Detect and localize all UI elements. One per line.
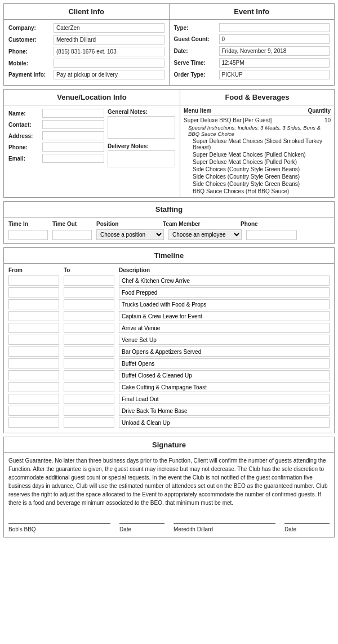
timeline-from-11[interactable] <box>8 406 59 416</box>
sig-label-0: Bob's BBQ <box>8 525 110 534</box>
venue-address-value[interactable] <box>42 131 104 140</box>
timeline-from-6[interactable] <box>8 347 59 357</box>
timeline-from-0[interactable] <box>8 276 59 286</box>
event-type-value[interactable] <box>219 23 330 32</box>
event-ordertype-value[interactable]: PICKUP <box>219 70 330 79</box>
timeline-desc-4[interactable] <box>119 323 330 333</box>
timeline-desc-8[interactable] <box>119 370 330 380</box>
event-ordertype-label: Order Type: <box>174 72 219 78</box>
timeline-desc-1[interactable] <box>119 287 330 297</box>
timeline-to-9[interactable] <box>64 382 114 392</box>
event-date-value[interactable]: Friday, November 9, 2018 <box>219 46 330 56</box>
timeline-desc-5[interactable] <box>119 335 330 345</box>
timeline-desc-6[interactable] <box>119 347 330 357</box>
food-item-0-special: Special Instructions: Includes: 3 Meats,… <box>184 124 331 137</box>
client-customer-value[interactable]: Meredith Dillard <box>54 35 164 45</box>
delivery-notes-input[interactable] <box>108 150 175 167</box>
timeline-desc-10[interactable] <box>119 394 330 404</box>
food-sub-5: Side Choices (Country Style Green Beans) <box>184 180 331 188</box>
timeline-row-8 <box>8 370 330 380</box>
food-panel: Food & Beverages Menu Item Quantity Supe… <box>180 90 334 197</box>
food-col-item: Menu Item <box>184 108 211 114</box>
timeline-from-12[interactable] <box>8 418 59 428</box>
timeline-to-5[interactable] <box>64 335 114 345</box>
timeline-from-4[interactable] <box>8 323 59 333</box>
client-company-label: Company: <box>8 25 54 31</box>
event-servetime-value[interactable]: 12:45PM <box>219 58 330 68</box>
timeline-to-2[interactable] <box>64 299 114 309</box>
timeline-desc-11[interactable] <box>119 406 330 416</box>
timeline-to-0[interactable] <box>64 276 114 286</box>
staffing-section: Staffing Time In Time Out Position Team … <box>3 201 335 244</box>
venue-contact-value[interactable] <box>42 120 104 129</box>
venue-phone-value[interactable] <box>42 143 104 152</box>
venue-email-value[interactable] <box>42 154 104 163</box>
timeline-desc-9[interactable] <box>119 382 330 392</box>
client-payment-value[interactable]: Pay at pickup or delivery <box>54 70 164 79</box>
timeline-to-3[interactable] <box>64 311 114 321</box>
timeline-row-4 <box>8 323 330 333</box>
sig-line-1[interactable] <box>119 513 164 524</box>
client-phone-value[interactable]: (815) 831-1676 ext. 103 <box>54 47 164 56</box>
sig-line-0[interactable] <box>8 513 110 524</box>
sig-line-2[interactable] <box>174 513 275 524</box>
timeline-content: From To Description <box>4 264 334 433</box>
timeline-from-7[interactable] <box>8 358 59 368</box>
food-col-qty: Quantity <box>308 108 331 114</box>
timeline-from-8[interactable] <box>8 370 59 380</box>
timeline-desc-2[interactable] <box>119 299 330 309</box>
food-sub-2: Super Deluxe Meat Choices (Pulled Pork) <box>184 158 331 166</box>
event-ordertype-row: Order Type: PICKUP <box>174 70 330 79</box>
staffing-timein-0[interactable] <box>8 230 48 240</box>
timeline-to-4[interactable] <box>64 323 114 333</box>
staffing-col-timeout: Time Out <box>52 221 92 227</box>
timeline-row-0 <box>8 276 330 286</box>
timeline-desc-3[interactable] <box>119 311 330 321</box>
event-guests-value[interactable]: 0 <box>219 34 330 44</box>
staffing-member-select-0[interactable]: Choose an employee <box>168 229 242 240</box>
top-panels: Client Info Company: CaterZen Customer: … <box>3 3 335 86</box>
timeline-desc-7[interactable] <box>119 358 330 368</box>
timeline-to-8[interactable] <box>64 370 114 380</box>
client-mobile-value[interactable] <box>54 59 164 68</box>
timeline-from-2[interactable] <box>8 299 59 309</box>
timeline-to-10[interactable] <box>64 394 114 404</box>
venue-phone-label: Phone: <box>8 144 42 150</box>
timeline-from-9[interactable] <box>8 382 59 392</box>
timeline-col-to: To <box>64 267 114 273</box>
timeline-from-1[interactable] <box>8 287 59 297</box>
client-company-row: Company: CaterZen <box>8 23 164 33</box>
staffing-row-0: Choose a position Choose an employee <box>8 229 330 240</box>
timeline-desc-0[interactable] <box>119 276 330 286</box>
venue-email-label: Email: <box>8 156 42 162</box>
staffing-position-select-0[interactable]: Choose a position <box>96 229 164 240</box>
timeline-from-3[interactable] <box>8 311 59 321</box>
timeline-row-10 <box>8 394 330 404</box>
timeline-to-12[interactable] <box>64 418 114 428</box>
timeline-to-1[interactable] <box>64 287 114 297</box>
event-servetime-label: Serve Time: <box>174 60 219 66</box>
venue-name-value[interactable] <box>42 109 104 118</box>
sig-line-3[interactable] <box>284 513 330 524</box>
food-sub-6: BBQ Sauce Choices (Hot BBQ Sauce) <box>184 188 331 195</box>
timeline-to-7[interactable] <box>64 358 114 368</box>
staffing-phone-0[interactable] <box>246 230 297 240</box>
timeline-to-11[interactable] <box>64 406 114 416</box>
sig-field-0: Bob's BBQ <box>8 513 110 534</box>
venue-address-row: Address: <box>8 131 104 140</box>
timeline-desc-12[interactable] <box>119 418 330 428</box>
staffing-col-timein: Time In <box>8 221 48 227</box>
signature-text: Guest Guarantee. No later than three bus… <box>8 456 330 507</box>
event-guests-label: Guest Count: <box>174 36 219 42</box>
general-notes-label: General Notes: <box>108 109 175 115</box>
client-company-value[interactable]: CaterZen <box>54 23 164 33</box>
signature-content: Guest Guarantee. No later than three bus… <box>4 453 334 537</box>
timeline-from-10[interactable] <box>8 394 59 404</box>
venue-contact-label: Contact: <box>8 122 42 128</box>
venue-fields-col: Name: Contact: Address: Phone: Email: <box>8 109 104 168</box>
timeline-from-5[interactable] <box>8 335 59 345</box>
sig-field-3: Date <box>284 513 330 534</box>
staffing-timeout-0[interactable] <box>52 230 92 240</box>
timeline-to-6[interactable] <box>64 347 114 357</box>
general-notes-input[interactable] <box>108 116 175 139</box>
